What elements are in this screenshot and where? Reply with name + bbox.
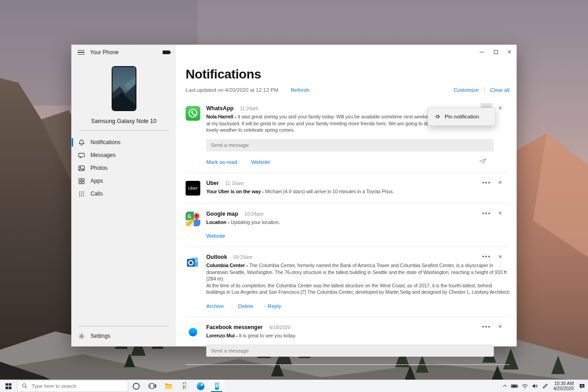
divider <box>484 87 485 93</box>
file-explorer-button[interactable] <box>160 380 176 392</box>
app-name: Facebook messenger <box>206 324 263 330</box>
sidebar-divider <box>79 326 169 326</box>
notification-time: 11:16am <box>225 180 243 186</box>
action-center-button[interactable] <box>577 380 587 392</box>
sidebar-item-label: Apps <box>90 178 103 184</box>
more-options-button[interactable]: ●●● <box>481 178 492 187</box>
uber-logo-text: Uber <box>188 185 198 190</box>
notification-card-google-map: G Google map 10:24am Locatio <box>186 204 509 247</box>
notification-time: 10:24am <box>244 211 263 217</box>
taskbar: 10:30 AM 4/20/2020 <box>0 380 588 392</box>
archive-link[interactable]: Archive <box>206 303 224 309</box>
microsoft-store-button[interactable] <box>176 380 192 392</box>
sidebar-item-label: Photos <box>90 165 107 171</box>
taskbar-clock[interactable]: 10:30 AM 4/20/2020 <box>550 381 577 392</box>
app-name: WhatsApp <box>206 105 233 112</box>
mark-as-read-link[interactable]: Mark as read <box>206 159 237 165</box>
hamburger-menu-icon[interactable] <box>78 50 85 55</box>
cortana-button[interactable] <box>128 380 144 392</box>
phone-screen-preview <box>112 66 136 111</box>
tray-battery-button[interactable] <box>510 380 520 392</box>
minimize-button[interactable] <box>475 45 489 59</box>
action-center-icon <box>578 383 586 390</box>
start-button[interactable] <box>0 380 17 392</box>
notification-text: At the time of its completion, the Colum… <box>206 282 509 289</box>
pin-icon <box>434 113 441 120</box>
phone-battery-icon <box>163 50 170 54</box>
battery-icon <box>511 383 519 389</box>
sidebar-item-calls[interactable]: Calls <box>72 187 176 200</box>
reply-link[interactable]: Reply <box>268 303 281 309</box>
tray-expand-button[interactable] <box>500 380 510 392</box>
maximize-button[interactable] <box>489 45 503 59</box>
tray-wifi-button[interactable] <box>520 380 530 392</box>
website-link[interactable]: Website <box>251 159 270 165</box>
clear-all-link[interactable]: Clear all <box>490 87 509 93</box>
notification-text: downtown Seattle, Washington. The 76-sto… <box>206 269 509 276</box>
sidebar-divider <box>79 130 169 131</box>
customize-link[interactable]: Customize <box>453 87 478 93</box>
edge-button[interactable] <box>192 380 209 392</box>
outlook-icon <box>186 255 200 269</box>
send-message-input[interactable] <box>206 139 494 151</box>
chevron-up-icon <box>502 383 508 389</box>
dismiss-notification-button[interactable]: ✕ <box>497 179 504 185</box>
windows-logo-icon <box>6 383 11 389</box>
refresh-link[interactable]: Refresh <box>291 87 309 93</box>
desktop: Your Phone Samsung Galaxy Note 10 <box>0 0 588 392</box>
sidebar-item-settings[interactable]: Settings <box>72 329 176 343</box>
send-icon[interactable] <box>479 157 487 167</box>
your-phone-icon <box>213 382 221 391</box>
apps-grid-icon <box>78 178 85 185</box>
dismiss-notification-button[interactable]: ✕ <box>497 254 504 259</box>
dismiss-notification-button[interactable]: ✕ <box>497 105 504 111</box>
gear-icon <box>78 333 85 340</box>
wifi-icon <box>521 383 528 389</box>
dismiss-notification-button[interactable]: ✕ <box>497 210 504 216</box>
your-phone-window: Your Phone Samsung Galaxy Note 10 <box>71 45 517 347</box>
window-controls: ✕ <box>475 45 516 59</box>
sidebar-nav: Notifications Messages Photos Apps Calls <box>72 136 176 200</box>
notification-time: 4/18/2020 <box>269 325 291 330</box>
message-icon <box>78 152 85 159</box>
more-options-button[interactable]: ●●● <box>481 209 492 218</box>
app-name: Uber <box>206 180 219 186</box>
more-options-button[interactable]: ●●● <box>481 322 492 331</box>
subheader: Last updated on 4/20/2020 at 12:12 PM Re… <box>186 87 509 93</box>
notifications-page: Notifications Last updated on 4/20/2020 … <box>176 45 516 346</box>
dialpad-icon <box>78 190 85 197</box>
main-panel: ✕ Notifications Last updated on 4/20/202… <box>176 45 516 346</box>
sidebar: Your Phone Samsung Galaxy Note 10 <box>72 45 176 346</box>
bell-icon <box>78 139 85 146</box>
tray-pen-button[interactable] <box>540 380 550 392</box>
close-button[interactable]: ✕ <box>503 45 516 59</box>
tray-volume-button[interactable] <box>530 380 540 392</box>
volume-icon <box>531 383 538 389</box>
sidebar-item-label: Settings <box>90 333 110 339</box>
send-message-input[interactable] <box>206 344 494 357</box>
sidebar-footer: Settings <box>72 320 176 346</box>
delete-link[interactable]: Delete <box>238 303 253 309</box>
sidebar-header: Your Phone <box>72 45 176 60</box>
sidebar-item-apps[interactable]: Apps <box>72 174 176 187</box>
notification-text: Your Uber is on the way -Michael (4-9 st… <box>206 188 509 195</box>
your-phone-taskbar-button[interactable] <box>209 380 225 392</box>
dismiss-notification-button[interactable]: ✕ <box>497 324 504 329</box>
file-explorer-icon <box>164 382 173 390</box>
notification-text: Columbia Center -The Columbia Center, fo… <box>206 262 509 269</box>
sidebar-item-messages[interactable]: Messages <box>72 149 176 162</box>
sidebar-item-photos[interactable]: Photos <box>72 162 176 174</box>
website-link[interactable]: Website <box>206 233 225 239</box>
whatsapp-icon <box>186 106 200 121</box>
search-icon <box>22 383 28 389</box>
more-options-button[interactable]: ●●● <box>481 252 492 261</box>
taskbar-search[interactable] <box>17 380 128 392</box>
sidebar-item-notifications[interactable]: Notifications <box>72 136 176 149</box>
cortana-icon <box>132 382 140 390</box>
notification-text: buildings in Los Angeles and San Francis… <box>206 289 509 296</box>
task-view-button[interactable] <box>144 380 160 392</box>
search-input[interactable] <box>32 383 124 389</box>
menu-item-pin-notification[interactable]: Pin notification <box>428 107 496 126</box>
google-maps-icon: G <box>186 212 200 226</box>
notification-time: 09:24am <box>233 254 252 260</box>
